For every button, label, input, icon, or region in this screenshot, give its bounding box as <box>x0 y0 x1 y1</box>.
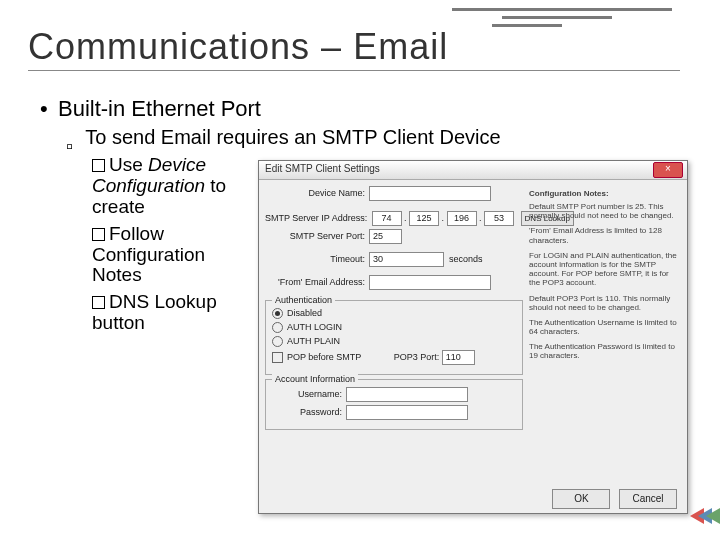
bullet-level2: ▫ To send Email requires an SMTP Client … <box>66 126 680 149</box>
title-area: Communications – Email <box>28 26 680 71</box>
bullet1-text: Built-in Ethernet Port <box>58 96 261 121</box>
check-pop-before-smtp[interactable] <box>272 352 283 363</box>
radio-auth-plain[interactable] <box>272 336 283 347</box>
device-name-input[interactable] <box>369 186 491 201</box>
pop3-port-label: POP3 Port: <box>394 352 440 362</box>
username-input[interactable] <box>346 387 468 402</box>
ip-octet-1[interactable]: 74 <box>372 211 402 226</box>
square-bullet-icon <box>92 159 105 172</box>
password-label: Password: <box>272 407 342 417</box>
decorative-arrows-icon <box>680 498 720 534</box>
square-bullet-icon <box>92 296 105 309</box>
account-group: Account Information Username: Password: <box>265 379 523 430</box>
notes-header: Configuration Notes: <box>529 189 677 198</box>
ok-button[interactable]: OK <box>552 489 610 509</box>
note-3: For LOGIN and PLAIN authentication, the … <box>529 251 677 288</box>
bullet-level1: •Built-in Ethernet Port <box>40 96 680 122</box>
cancel-button[interactable]: Cancel <box>619 489 677 509</box>
bullet2-text: To send Email requires an SMTP Client De… <box>85 126 500 148</box>
ip-label: SMTP Server IP Address: <box>265 213 365 223</box>
auth-legend: Authentication <box>272 295 335 305</box>
note-5: The Authentication Username is limited t… <box>529 318 677 336</box>
from-label: 'From' Email Address: <box>265 277 365 287</box>
sub-bullet-1: Use Device Configuration to create <box>92 155 252 218</box>
slide-title: Communications – Email <box>28 26 680 68</box>
smtp-dialog: Edit SMTP Client Settings × Device Name:… <box>258 160 688 514</box>
auth-group: Authentication Disabled AUTH LOGIN AUTH … <box>265 300 523 375</box>
device-name-label: Device Name: <box>265 188 365 198</box>
note-1: Default SMTP Port number is 25. This nor… <box>529 202 677 220</box>
from-input[interactable] <box>369 275 491 290</box>
port-label: SMTP Server Port: <box>265 231 365 241</box>
close-button[interactable]: × <box>653 162 683 178</box>
radio-disabled[interactable] <box>272 308 283 319</box>
password-input[interactable] <box>346 405 468 420</box>
config-notes: Configuration Notes: Default SMTP Port n… <box>529 185 677 367</box>
title-underline <box>28 70 680 71</box>
account-legend: Account Information <box>272 374 358 384</box>
pop3-port-input[interactable]: 110 <box>442 350 475 365</box>
port-input[interactable]: 25 <box>369 229 402 244</box>
ip-octet-3[interactable]: 196 <box>447 211 477 226</box>
dialog-titlebar: Edit SMTP Client Settings × <box>259 161 687 180</box>
note-2: 'From' Email Address is limited to 128 c… <box>529 226 677 244</box>
username-label: Username: <box>272 389 342 399</box>
square-bullet-icon <box>92 228 105 241</box>
sub-bullet-3: DNS Lookup button <box>92 292 252 334</box>
ip-octet-4[interactable]: 53 <box>484 211 514 226</box>
note-6: The Authentication Password is limited t… <box>529 342 677 360</box>
timeout-units: seconds <box>449 254 483 264</box>
radio-auth-login[interactable] <box>272 322 283 333</box>
note-4: Default POP3 Port is 110. This normally … <box>529 294 677 312</box>
sub-bullet-2: Follow Configuration Notes <box>92 224 252 287</box>
dialog-title: Edit SMTP Client Settings <box>265 163 380 174</box>
timeout-input[interactable]: 30 <box>369 252 444 267</box>
dialog-footer: OK Cancel <box>546 489 677 509</box>
timeout-label: Timeout: <box>265 254 365 264</box>
sub-bullets: Use Device Configuration to create Follo… <box>92 155 252 334</box>
ip-octet-2[interactable]: 125 <box>409 211 439 226</box>
